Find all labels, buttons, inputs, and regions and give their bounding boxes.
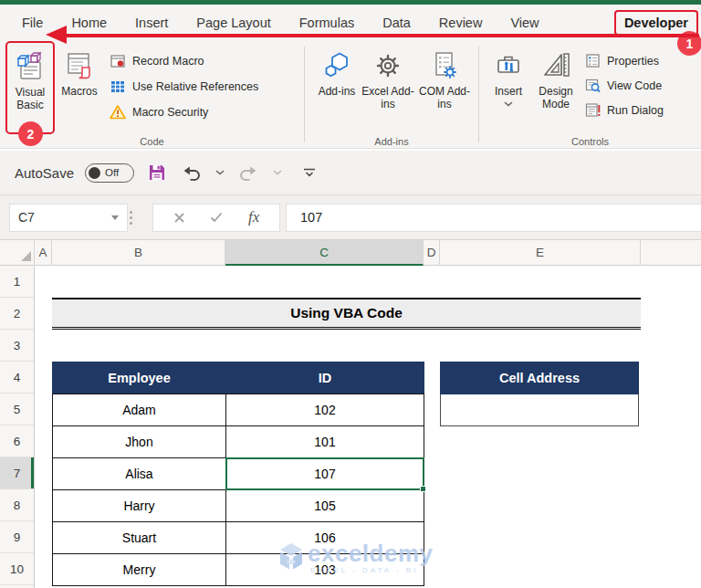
selected-cell-outline[interactable] [225,457,424,490]
employee-cell[interactable]: Jhon [53,426,226,458]
tab-page-layout[interactable]: Page Layout [196,16,270,30]
column-header-b[interactable]: B [52,240,225,266]
com-add-ins-button[interactable]: COM Add-ins [416,45,473,131]
redo-button[interactable] [237,162,260,184]
id-header-cell[interactable]: ID [226,362,424,394]
step-2-badge: 2 [18,121,43,146]
add-ins-button[interactable]: Add-ins [314,45,360,131]
excel-add-ins-label: Excel Add-ins [360,85,416,110]
tab-developer-label: Developer [624,16,688,30]
employee-cell[interactable]: Alisa [53,458,226,490]
undo-dropdown[interactable] [214,168,226,177]
column-header-a[interactable]: A [35,240,52,266]
table-row: Adam 102 [53,394,424,426]
autosave-toggle[interactable]: Off [85,163,134,183]
add-ins-label: Add-ins [319,85,356,98]
macro-security-label: Macro Security [132,106,208,119]
ribbon-group-controls: Insert Design Mode [479,41,701,148]
row-header-1[interactable]: 1 [0,266,34,298]
save-button[interactable] [145,161,169,184]
autosave-state: Off [105,167,119,178]
tab-formulas[interactable]: Formulas [299,16,354,30]
chevron-down-icon [504,101,513,107]
run-dialog-icon [585,102,601,118]
properties-label: Properties [607,55,659,68]
properties-button[interactable]: Properties [585,53,664,68]
cancel-button[interactable] [173,212,185,224]
row-header-4[interactable]: 4 [0,362,34,394]
insert-function-button[interactable]: fx [248,208,259,226]
view-code-button[interactable]: View Code [585,78,664,93]
controls-group-label: Controls [479,136,701,147]
table-row: Jhon 101 [53,426,424,458]
employee-cell[interactable]: Adam [53,394,226,426]
row-header-8[interactable]: 8 [0,489,34,521]
cell-address-table: Cell Address [440,362,639,426]
sheet-content: Using VBA Code Employee ID Adam 102 Jhon… [35,266,701,588]
column-header-f[interactable] [641,240,701,266]
employee-cell[interactable]: Harry [53,490,226,522]
tab-home[interactable]: Home [71,16,107,30]
visual-basic-button[interactable]: Visual Basic 2 [5,41,55,134]
id-cell[interactable]: 101 [226,426,424,458]
employee-cell[interactable]: Stuart [53,522,226,554]
row-headers: 1 2 3 4 5 6 7 8 9 10 [0,266,35,588]
row-header-2[interactable]: 2 [0,298,34,330]
tab-review[interactable]: Review [439,16,483,30]
row-header-9[interactable]: 9 [0,521,34,553]
excel-add-ins-button[interactable]: Excel Add-ins [360,45,416,131]
enter-button[interactable] [210,212,223,223]
name-box[interactable]: C7 [9,204,128,232]
warning-triangle-icon [110,104,126,121]
undo-button[interactable] [180,162,203,184]
row-header-6[interactable]: 6 [0,425,34,457]
select-all-corner[interactable] [0,240,35,266]
id-cell[interactable]: 106 [226,522,424,554]
row-header-10[interactable]: 10 [0,553,34,585]
column-header-d[interactable]: D [424,240,440,266]
formula-bar-divider-dots [130,211,132,225]
design-mode-button[interactable]: Design Mode [530,45,581,131]
fill-handle[interactable] [420,486,426,492]
macro-security-button[interactable]: Macro Security [110,104,258,121]
annotation-arrow-line [66,34,699,37]
cell-address-header[interactable]: Cell Address [441,362,639,394]
record-macro-button[interactable]: Record Macro [110,53,258,69]
column-header-c-selected[interactable]: C [225,240,424,266]
insert-control-button[interactable]: Insert [487,45,530,131]
view-code-label: View Code [607,79,662,92]
sheet-title-cell[interactable]: Using VBA Code [52,298,641,330]
employee-header-cell[interactable]: Employee [53,362,226,394]
column-header-e[interactable]: E [440,240,641,266]
design-mode-icon [540,49,571,82]
toolbox-icon [493,49,524,82]
spreadsheet: A B C D E 1 2 3 4 5 6 7 8 9 10 Using VBA… [0,240,701,588]
redo-dropdown[interactable] [271,168,284,177]
id-cell[interactable]: 103 [226,554,424,586]
tab-file[interactable]: File [22,16,43,30]
annotation-arrow-head [46,26,67,44]
name-box-value: C7 [18,210,35,225]
macros-button[interactable]: Macros [55,45,104,131]
tab-insert[interactable]: Insert [135,16,168,30]
visual-basic-label: Visual Basic [7,86,53,111]
employee-cell[interactable]: Merry [53,554,226,586]
use-relative-references-button[interactable]: Use Relative References [110,79,258,95]
table-row: Harry 105 [53,490,424,522]
cell-address-value-cell[interactable] [441,394,639,426]
id-cell[interactable]: 105 [226,490,424,522]
customize-quick-access-button[interactable] [300,164,319,181]
row-header-3[interactable]: 3 [0,330,34,362]
formula-buttons: fx [152,204,280,232]
tab-view[interactable]: View [510,16,539,30]
row-header-5[interactable]: 5 [0,394,34,425]
run-dialog-button[interactable]: Run Dialog [585,102,664,118]
quick-access-toolbar: AutoSave Off [0,151,701,195]
code-group-label: Code [0,136,304,147]
id-cell[interactable]: 102 [226,394,424,426]
tab-developer[interactable]: Developer 1 [614,10,698,36]
row-header-7-selected[interactable]: 7 [0,457,34,489]
tab-data[interactable]: Data [382,16,411,30]
formula-input[interactable]: 107 [286,204,701,232]
add-ins-icon [321,49,352,82]
